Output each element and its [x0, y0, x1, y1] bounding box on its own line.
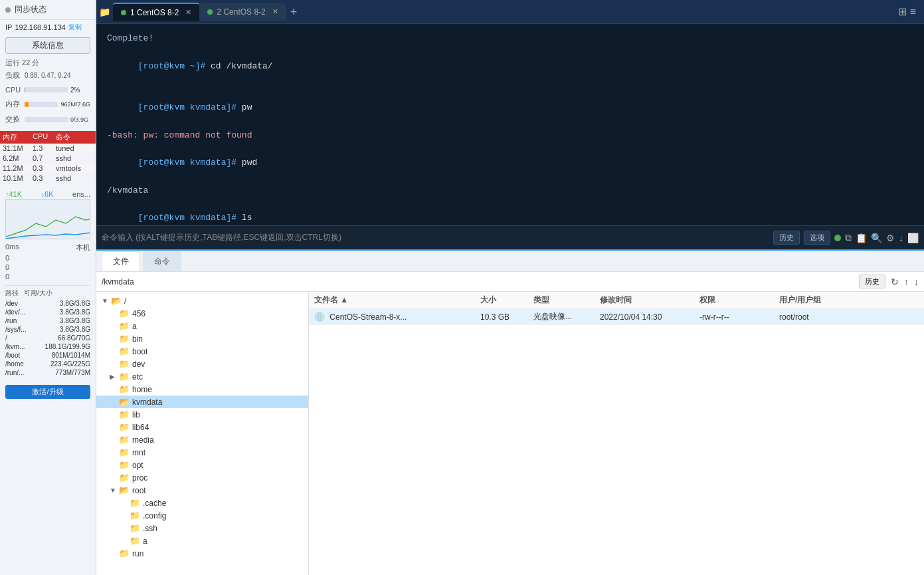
table-row: 31.1M1.3tuned	[0, 144, 96, 154]
options-button[interactable]: 选项	[804, 231, 830, 245]
fm-files: 文件名 ▲ 大小 类型 修改时间 权限 用户/用户组 💿 CentOS-Stre…	[309, 292, 924, 575]
disk-row: /sys/f...3.8G/3.8G	[5, 325, 90, 334]
fm-history-button[interactable]: 历史	[859, 275, 885, 288]
tab-centos-2[interactable]: 2 CentOS 8-2 ✕	[199, 3, 286, 21]
tree-item-root[interactable]: ▼ 📂 /	[96, 294, 308, 307]
sync-label: 同步状态	[15, 4, 46, 15]
paste-icon[interactable]: 📋	[856, 233, 867, 243]
tree-item-root[interactable]: ▼ 📂 root	[96, 484, 308, 497]
swap-value: 0/3.9G	[70, 116, 90, 123]
traffic-up: ↑41K	[5, 190, 22, 198]
expand-icon-etc: ▶	[110, 373, 116, 380]
tree-item-media[interactable]: 📁 media	[96, 433, 308, 446]
tree-item-a[interactable]: 📁 a	[96, 320, 308, 332]
cmd-toolbar: 历史 选项 ⧉ 📋 🔍 ⚙ ↓ ⬜	[773, 231, 919, 245]
tree-item-root-a[interactable]: 📁 a	[96, 534, 308, 547]
traffic-graph-svg	[6, 200, 90, 239]
process-table: 内存 CPU 命令 31.1M1.3tuned 6.2M0.7sshd 11.2…	[0, 131, 96, 183]
file-size: 10.3 GB	[480, 312, 533, 322]
cmd-input-placeholder: 命令输入 (按ALT键提示历史,TAB键路径,ESC键返回,双击CTRL切换)	[102, 232, 769, 243]
cpu-bar-bg	[25, 87, 68, 92]
load-metrics: 负载 0.88, 0.47, 0.24	[0, 69, 96, 84]
tree-item-ssh[interactable]: 📁 .ssh	[96, 522, 308, 534]
fm-tab-commands[interactable]: 命令	[143, 251, 181, 271]
tab-centos-1[interactable]: 1 CentOS 8-2 ✕	[113, 3, 199, 21]
disk-row: /dev/...3.8G/3.8G	[5, 308, 90, 316]
table-row: 10.1M0.3sshd	[0, 173, 96, 183]
grid-icon[interactable]: ⊞ ≡	[898, 5, 916, 18]
fm-path: /kvmdata	[102, 277, 854, 287]
net-delay: 0ms	[5, 243, 19, 253]
folder-icon: 📁	[119, 334, 130, 344]
tree-item-cache[interactable]: 📁 .cache	[96, 497, 308, 509]
disk-row: /boot801M/1014M	[5, 351, 90, 360]
tab-2-close[interactable]: ✕	[272, 7, 278, 16]
ip-row: IP 192.168.91.134 复制	[0, 20, 96, 35]
tree-item-boot[interactable]: 📁 boot	[96, 345, 308, 358]
folder-icon: 📁	[130, 536, 140, 546]
folder-icon: 📁	[130, 523, 140, 533]
search-icon[interactable]: 🔍	[871, 233, 882, 243]
tree-item-home[interactable]: 📁 home	[96, 383, 308, 396]
folder-icon: 📁	[119, 308, 130, 318]
cpu-label: CPU	[5, 86, 22, 94]
ip-value: 192.168.91.134	[15, 23, 65, 31]
fullscreen-icon[interactable]: ⬜	[907, 233, 919, 243]
folder-icon: 📁	[99, 7, 110, 17]
add-tab-button[interactable]: +	[290, 6, 298, 18]
fm-tab-files[interactable]: 文件	[102, 251, 140, 271]
swap-bar-bg	[25, 117, 68, 122]
activate-button[interactable]: 激活/升级	[5, 385, 90, 399]
tab-1-close[interactable]: ✕	[185, 8, 191, 17]
settings-icon[interactable]: ⚙	[886, 233, 895, 243]
fm-download-icon[interactable]: ↓	[914, 277, 919, 287]
tree-item-opt[interactable]: 📁 opt	[96, 459, 308, 471]
tree-item-lib64[interactable]: 📁 lib64	[96, 421, 308, 433]
expand-icon: ▼	[102, 297, 108, 304]
fm-upload-icon[interactable]: ↑	[904, 277, 909, 287]
fm-tree[interactable]: ▼ 📂 / 📁 456 📁 a 📁 bin	[96, 292, 309, 575]
download-icon[interactable]: ↓	[899, 233, 903, 243]
disk-row: /run3.8G/3.8G	[5, 316, 90, 325]
table-row: 11.2M0.3vmtools	[0, 164, 96, 173]
copy-icon[interactable]: ⧉	[845, 232, 852, 243]
folder-icon: 📁	[119, 372, 130, 382]
tree-item-etc[interactable]: ▶ 📁 etc	[96, 370, 308, 383]
mem-bar-bg	[25, 102, 58, 107]
tree-item-kvmdata[interactable]: 📂 kvmdata	[96, 396, 308, 408]
file-name: 💿 CentOS-Stream-8-x...	[314, 312, 480, 322]
tab-dot-green	[121, 10, 126, 15]
history-button[interactable]: 历史	[773, 231, 800, 245]
fm-refresh-icon[interactable]: ↻	[891, 277, 899, 287]
folder-icon: 📁	[119, 359, 130, 369]
cmd-input-bar: 命令输入 (按ALT键提示历史,TAB键路径,ESC键返回,双击CTRL切换) …	[96, 225, 924, 249]
tree-item-mnt[interactable]: 📁 mnt	[96, 446, 308, 459]
tree-item-bin[interactable]: 📁 bin	[96, 332, 308, 345]
file-row[interactable]: 💿 CentOS-Stream-8-x... 10.3 GB 光盘映像... 2…	[309, 309, 924, 325]
disk-row: /home223.4G/225G	[5, 360, 90, 368]
terminal-line: Complete!	[107, 32, 913, 46]
tree-item-456[interactable]: 📁 456	[96, 307, 308, 320]
tab-2-dot	[207, 9, 213, 15]
tree-item-config[interactable]: 📁 .config	[96, 509, 308, 522]
tree-item-proc[interactable]: 📁 proc	[96, 471, 308, 484]
tab-1-label: 1 CentOS 8-2	[130, 8, 179, 17]
disk-row: /dev3.8G/3.8G	[5, 299, 90, 308]
sysinfo-button[interactable]: 系统信息	[5, 37, 90, 54]
folder-icon: 📁	[119, 435, 130, 445]
tree-item-dev[interactable]: 📁 dev	[96, 358, 308, 370]
tree-item-lib[interactable]: 📁 lib	[96, 408, 308, 421]
copy-ip-button[interactable]: 复制	[68, 23, 82, 32]
mem-label: 内存	[5, 99, 22, 109]
col-perms: 权限	[699, 294, 779, 306]
folder-icon: 📁	[119, 422, 130, 432]
folder-icon: 📁	[119, 384, 130, 394]
traffic-graph	[5, 199, 90, 239]
tree-item-run[interactable]: 📁 run	[96, 547, 308, 560]
terminal-line: /kvmdata	[107, 184, 913, 198]
fm-tabs: 文件 命令	[96, 251, 924, 272]
terminal[interactable]: Complete! [root@kvm ~]# cd /kvmdata/ [ro…	[96, 24, 924, 225]
folder-icon: 📁	[130, 498, 140, 508]
terminal-line: [root@kvm kvmdata]# pwd	[107, 142, 913, 183]
disk-row: /run/...773M/773M	[5, 368, 90, 377]
